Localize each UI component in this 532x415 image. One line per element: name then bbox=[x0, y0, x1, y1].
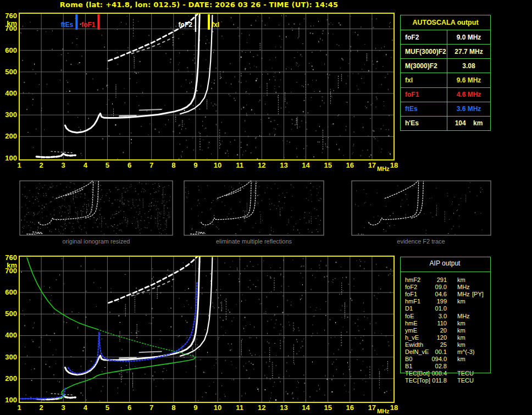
noise-speck bbox=[358, 74, 359, 74]
noise-streak-dot bbox=[387, 363, 388, 364]
noise-speck bbox=[249, 350, 250, 351]
thumb-noise bbox=[65, 228, 65, 229]
noise-speck bbox=[302, 346, 303, 346]
noise-speck bbox=[102, 372, 103, 372]
thumb-noise bbox=[138, 221, 138, 222]
thumb-noise bbox=[135, 189, 136, 189]
thumb-noise bbox=[436, 212, 437, 212]
noise-speck bbox=[213, 382, 214, 383]
noise-speck bbox=[354, 286, 354, 286]
thumb-noise bbox=[287, 233, 288, 234]
noise-speck bbox=[66, 60, 66, 61]
thumb-noise bbox=[126, 226, 127, 226]
noise-speck bbox=[239, 278, 239, 279]
thumb-noise bbox=[124, 187, 124, 188]
noise-speck bbox=[364, 268, 364, 269]
noise-speck bbox=[361, 261, 361, 262]
thumb-noise bbox=[63, 230, 64, 230]
noise-speck bbox=[34, 322, 35, 323]
noise-speck bbox=[303, 258, 303, 259]
thumb-noise bbox=[241, 229, 241, 230]
noise-speck bbox=[339, 148, 340, 149]
noise-speck bbox=[319, 126, 320, 127]
thumb-noise bbox=[88, 206, 89, 206]
noise-speck bbox=[216, 68, 217, 68]
noise-speck bbox=[268, 74, 268, 75]
noise-speck bbox=[241, 142, 241, 143]
noise-streak-dot bbox=[125, 309, 126, 311]
noise-speck bbox=[346, 391, 346, 392]
noise-speck bbox=[90, 371, 91, 372]
noise-speck bbox=[313, 316, 314, 317]
noise-speck bbox=[228, 309, 229, 311]
noise-speck bbox=[373, 103, 373, 104]
noise-speck bbox=[361, 78, 362, 79]
thumb-noise bbox=[25, 205, 26, 206]
thumb-noise bbox=[122, 203, 123, 204]
noise-speck bbox=[207, 158, 207, 159]
noise-streak-dot bbox=[338, 87, 339, 88]
noise-speck bbox=[78, 64, 79, 64]
thumb-noise bbox=[199, 190, 199, 190]
thumb-noise bbox=[49, 231, 50, 231]
noise-speck bbox=[219, 337, 219, 338]
noise-speck bbox=[376, 98, 378, 99]
noise-speck bbox=[391, 390, 391, 391]
thumb-noise bbox=[273, 231, 274, 232]
thumb-noise bbox=[269, 199, 270, 200]
noise-streak-dot bbox=[135, 303, 135, 305]
noise-speck bbox=[246, 370, 247, 371]
thumb-noise bbox=[67, 193, 68, 193]
y-tick-label: 600 bbox=[1, 289, 17, 296]
noise-speck bbox=[336, 359, 337, 360]
noise-streak-dot bbox=[192, 352, 193, 353]
noise-streak-dot bbox=[379, 375, 380, 377]
noise-speck bbox=[259, 135, 260, 136]
noise-speck bbox=[324, 395, 325, 396]
noise-speck bbox=[160, 339, 160, 340]
noise-speck bbox=[372, 60, 373, 62]
noise-streak-dot bbox=[341, 294, 342, 295]
noise-speck bbox=[152, 278, 153, 279]
thumb-noise bbox=[84, 228, 85, 228]
thumb-noise bbox=[109, 201, 109, 201]
noise-streak-dot bbox=[115, 91, 116, 92]
marker-tick-foF2 bbox=[195, 14, 196, 32]
thumb-noise bbox=[355, 204, 356, 205]
noise-speck bbox=[64, 284, 64, 284]
noise-speck bbox=[225, 396, 225, 397]
noise-speck bbox=[85, 317, 86, 318]
thumb-noise bbox=[453, 213, 454, 214]
noise-speck bbox=[342, 317, 342, 318]
thumb-noise bbox=[468, 187, 469, 188]
thumb-noise bbox=[275, 184, 275, 184]
noise-speck bbox=[213, 306, 213, 307]
thumb-noise bbox=[356, 191, 357, 191]
thumb-noise bbox=[128, 222, 128, 223]
thumb-noise bbox=[405, 219, 406, 220]
thumb-noise bbox=[113, 226, 113, 227]
noise-speck bbox=[319, 268, 320, 268]
noise-speck bbox=[341, 267, 341, 267]
noise-speck bbox=[364, 378, 364, 379]
noise-streak-dot bbox=[285, 95, 285, 96]
noise-speck bbox=[195, 275, 195, 275]
thumb-noise bbox=[245, 211, 245, 212]
noise-speck bbox=[223, 320, 224, 321]
thumb-noise bbox=[185, 187, 186, 188]
noise-speck bbox=[30, 22, 31, 23]
noise-speck bbox=[287, 362, 287, 363]
thumb-noise bbox=[51, 214, 51, 214]
noise-speck bbox=[334, 124, 334, 124]
noise-speck bbox=[383, 366, 383, 366]
thumb-noise bbox=[153, 206, 154, 206]
thumb-noise bbox=[123, 197, 123, 198]
thumb-noise bbox=[114, 231, 114, 231]
noise-speck bbox=[195, 109, 196, 110]
noise-speck bbox=[159, 131, 159, 132]
noise-speck bbox=[303, 86, 304, 87]
noise-speck bbox=[206, 275, 207, 276]
noise-speck bbox=[258, 391, 259, 391]
thumb-noise bbox=[60, 208, 61, 208]
noise-speck bbox=[275, 80, 275, 81]
